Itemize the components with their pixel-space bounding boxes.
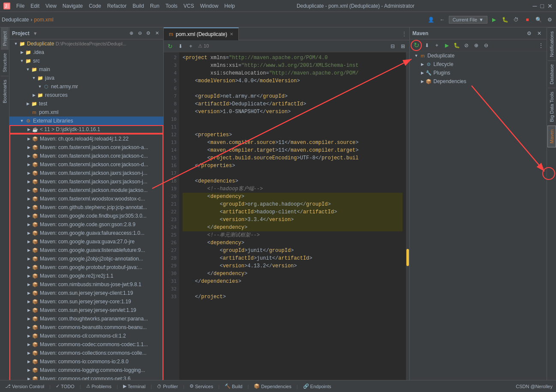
menu-bar[interactable]: File Edit View Navigate Code Refactor Bu… [14, 2, 237, 10]
tree-arrow-lib-7[interactable]: ▶ [26, 197, 32, 201]
maven-close-btn[interactable]: ✕ [535, 29, 544, 38]
tree-lib-9[interactable]: ▶ 📦 Maven: com.google.code.findbugs:jsr3… [10, 212, 162, 220]
maven-menu-btn[interactable]: ⋮ [536, 41, 546, 50]
expand-all-btn[interactable]: ⊕ [127, 30, 135, 37]
maven-reload-btn[interactable]: ↻ [411, 40, 422, 51]
tree-lib-12[interactable]: ▶ 📦 Maven: com.google.guava:guava:27.0-j… [10, 237, 162, 246]
window-controls[interactable]: ─ □ ✕ [533, 3, 553, 9]
current-file-dropdown[interactable]: Current File ▼ [449, 16, 487, 24]
menu-code[interactable]: Code [86, 2, 104, 10]
status-profiler[interactable]: ⏱ Profiler [155, 383, 180, 390]
tree-arrow-ext[interactable]: ▼ [19, 119, 25, 123]
tree-arrow-jdk[interactable]: ▶ [26, 127, 32, 132]
tree-lib-18[interactable]: ▶ 📦 Maven: com.sun.jersey:jersey-client:… [10, 289, 162, 297]
tree-arrow-resources[interactable]: ▶ [31, 93, 37, 97]
tree-arrow-lib-1[interactable]: ▶ [26, 145, 32, 150]
right-tab-maven[interactable]: Maven [547, 126, 556, 147]
maven-collapse-all-btn[interactable]: ⊖ [481, 41, 491, 50]
tree-arrow-test[interactable]: ▶ [25, 102, 31, 106]
tree-lib-22[interactable]: ▶ 📦 Maven: commons-beanutils:commons-bea… [10, 323, 162, 332]
maven-debug-btn[interactable]: 🐛 [452, 41, 461, 50]
collapse-all-btn[interactable]: ⊖ [136, 30, 144, 37]
settings-btn[interactable]: ⚙ [144, 30, 152, 37]
tree-lib-24[interactable]: ▶ 📦 Maven: commons-codec:commons-codec:1… [10, 340, 162, 349]
status-terminal[interactable]: ▶ Terminal [121, 383, 147, 390]
tree-arrow-lib-28[interactable]: ▶ [26, 377, 32, 380]
tree-arrow-lib-3[interactable]: ▶ [26, 162, 32, 167]
left-tab-bookmarks[interactable]: Bookmarks [1, 76, 9, 107]
tree-arrow-lib-24[interactable]: ▶ [26, 342, 32, 347]
tree-lib-6[interactable]: ▶ 📦 Maven: com.fasterxml.jackson.module:… [10, 186, 162, 195]
vertical-scrollbar[interactable] [406, 52, 409, 380]
close-button[interactable]: ✕ [547, 3, 553, 9]
tree-java[interactable]: ▼ 📁 java [9, 74, 163, 82]
reload-maven-btn[interactable]: ↻ [165, 42, 175, 51]
tree-lib-27[interactable]: ▶ 📦 Maven: commons-logging:commons-loggi… [10, 366, 162, 374]
tree-arrow-lib-11[interactable]: ▶ [26, 231, 32, 235]
maven-add-btn[interactable]: + [432, 41, 442, 50]
stop-button[interactable]: ■ [523, 15, 532, 24]
maven-run-btn[interactable]: ▶ [442, 41, 451, 50]
minimize-button[interactable]: ─ [533, 3, 537, 9]
maven-tree-arrow-plugins[interactable]: ▶ [419, 71, 425, 75]
tree-lib-10[interactable]: ▶ 📦 Maven: com.google.code.gson:gson:2.8… [10, 220, 162, 229]
tree-lib-28[interactable]: ▶ 📦 Maven: commons-net:commons-net:3.6 [10, 374, 162, 380]
tree-root[interactable]: ▼ 📁 Deduplicate D:\Projects\IdeaProjects… [9, 39, 163, 48]
tree-arrow-lib-2[interactable]: ▶ [26, 154, 32, 158]
tab-close-btn[interactable]: ✕ [230, 32, 233, 36]
left-tab-structure[interactable]: Structure [1, 49, 9, 76]
tree-arrow-lib-5[interactable]: ▶ [26, 180, 32, 184]
tree-arrow-lib-13[interactable]: ▶ [26, 248, 32, 252]
maven-tree-dependencies[interactable]: ▶ 📦 Dependencies [410, 77, 547, 86]
tree-arrow-package[interactable]: ▼ [37, 84, 43, 89]
tree-lib-25[interactable]: ▶ 📦 Maven: commons-collections:commons-c… [10, 349, 162, 357]
scroll-thumb[interactable] [406, 249, 409, 266]
account-button[interactable]: 👤 [427, 15, 436, 24]
tree-src[interactable]: ▼ 📁 src [9, 57, 163, 65]
menu-help[interactable]: Help [222, 2, 237, 10]
menu-build[interactable]: Build [130, 2, 147, 10]
tree-arrow-lib-15[interactable]: ▶ [26, 265, 32, 269]
tree-lib-16[interactable]: ▶ 📦 Maven: com.google.re2j:re2j:1.1 [10, 272, 162, 280]
tree-lib-4[interactable]: ▶ 📦 Maven: com.fasterxml.jackson.jaxrs:j… [10, 169, 162, 177]
tree-lib-0[interactable]: ▶ 📦 Maven: ch.qos.reload4j:reload4j:1.2.… [10, 135, 162, 143]
tab-pom-xml[interactable]: m pom.xml (Deduplicate) ✕ [164, 27, 239, 40]
menu-view[interactable]: View [43, 2, 59, 10]
tree-arrow-lib-16[interactable]: ▶ [26, 274, 32, 278]
menu-tools[interactable]: Tools [163, 2, 180, 10]
tree-resources[interactable]: ▶ 📁 resources [9, 91, 163, 99]
tree-idea[interactable]: ▶ 📁 .idea [9, 48, 163, 57]
tree-arrow-lib-18[interactable]: ▶ [26, 291, 32, 295]
tree-package[interactable]: ▼ ⬡ net.army.mr [9, 82, 163, 91]
code-content[interactable]: <project xmlns="http://maven.apache.org/… [179, 52, 406, 380]
tree-lib-1[interactable]: ▶ 📦 Maven: com.fasterxml.jackson.core:ja… [10, 143, 162, 152]
tree-arrow-lib-26[interactable]: ▶ [26, 359, 32, 364]
debug-button[interactable]: 🐛 [500, 15, 510, 24]
menu-navigate[interactable]: Navigate [60, 2, 85, 10]
tree-arrow-java[interactable]: ▼ [31, 76, 37, 80]
tree-arrow-lib-27[interactable]: ▶ [26, 368, 32, 372]
menu-edit[interactable]: Edit [28, 2, 42, 10]
close-panel-btn[interactable]: ✕ [153, 30, 161, 37]
maven-skip-btn[interactable]: ⊘ [462, 41, 471, 50]
menu-run[interactable]: Run [147, 2, 162, 10]
status-todo[interactable]: ✓ TODO [54, 383, 76, 390]
tree-pom[interactable]: m pom.xml [9, 108, 163, 117]
maven-settings-btn[interactable]: ⚙ [524, 29, 534, 38]
tree-arrow-lib-23[interactable]: ▶ [26, 334, 32, 338]
menu-refactor[interactable]: Refactor [105, 2, 129, 10]
tree-arrow-lib-17[interactable]: ▶ [26, 282, 32, 287]
status-services[interactable]: ⚙ Services [188, 383, 215, 390]
download-deps-btn[interactable]: ⬇ [176, 42, 185, 51]
tree-lib-19[interactable]: ▶ 📦 Maven: com.sun.jersey:jersey-core:1.… [10, 297, 162, 306]
run-button[interactable]: ▶ [489, 15, 499, 24]
maven-tree-arrow-root[interactable]: ▼ [413, 54, 419, 58]
maven-tree-arrow-lifecycle[interactable]: ▶ [419, 62, 425, 66]
tree-jdk[interactable]: ▶ ☕ < 11 > D:\jdk\jdk-11.0.16.1 [9, 125, 163, 134]
settings-button[interactable]: ⚙ [545, 15, 554, 24]
right-tab-database[interactable]: Database [548, 60, 556, 88]
right-tab-notifications[interactable]: Notifications [548, 27, 556, 60]
tree-arrow-idea[interactable]: ▶ [19, 50, 25, 54]
tree-lib-7[interactable]: ▶ 📦 Maven: com.fasterxml.woodstox:woodst… [10, 195, 162, 203]
tree-arrow-lib-4[interactable]: ▶ [26, 171, 32, 175]
